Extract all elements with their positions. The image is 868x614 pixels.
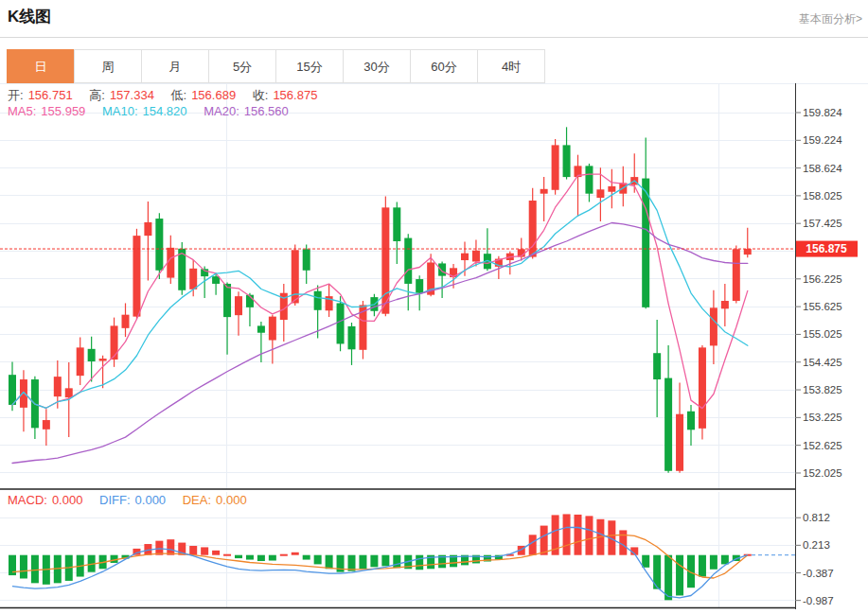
low-value: 156.689 [191,88,236,102]
tab-daily[interactable]: 日 [7,49,75,83]
close-label: 收: [253,88,269,102]
tab-weekly[interactable]: 周 [74,49,142,83]
ohlc-legend: 开:156.751 高:157.334 低:156.689 收:156.875 [8,87,322,104]
ma20-value: 156.560 [244,104,289,118]
ma10-line [12,181,748,408]
svg-text:154.425: 154.425 [803,357,842,368]
svg-text:155.025: 155.025 [803,328,842,340]
tab-monthly[interactable]: 月 [141,49,209,83]
open-label: 开: [8,88,24,102]
diff-label: DIFF: [99,493,131,507]
svg-text:155.625: 155.625 [803,301,842,312]
diff-line [12,528,748,598]
svg-text:159.224: 159.224 [803,134,842,146]
tab-5min[interactable]: 5分 [208,49,276,83]
diff-value: 0.000 [135,493,167,507]
high-value: 157.334 [110,88,154,102]
svg-text:159.824: 159.824 [803,107,842,118]
dea-label: DEA: [183,493,211,507]
svg-text:158.624: 158.624 [803,163,842,174]
candles-group [9,127,752,472]
svg-text:157.425: 157.425 [803,218,842,229]
svg-text:153.825: 153.825 [803,384,842,395]
macd-label: MACD: [8,493,47,507]
chart-area: 159.824159.224158.624158.025157.425156.2… [0,83,868,609]
dea-value: 0.000 [216,493,247,507]
svg-text:-0.387: -0.387 [803,568,834,579]
svg-text:156.875: 156.875 [806,242,847,255]
tab-4hour[interactable]: 4时 [477,49,545,83]
ma-legend: MA5:155.959 MA10:154.820 MA20:156.560 [8,104,293,118]
svg-text:0.812: 0.812 [803,512,830,523]
low-label: 低: [171,88,187,102]
svg-text:156.225: 156.225 [803,273,842,285]
ma5-line [12,174,748,409]
open-value: 156.751 [28,88,73,102]
kline-widget: K线图 基本面分析> 日 周 月 5分 15分 30分 60分 4时 159.8… [0,0,868,614]
ma20-label: MA20: [204,104,239,118]
macd-bars-group [9,514,752,600]
fundamental-analysis-link[interactable]: 基本面分析> [799,11,862,27]
interval-tab-bar: 日 周 月 5分 15分 30分 60分 4时 [7,49,545,83]
close-value: 156.875 [273,88,317,102]
tab-15min[interactable]: 15分 [275,49,344,83]
ma10-label: MA10: [102,104,138,118]
ma5-label: MA5: [8,104,36,118]
svg-text:153.225: 153.225 [803,412,842,423]
macd-value: 0.000 [52,493,83,507]
main-candlestick-chart[interactable]: 159.824159.224158.624158.025157.425156.2… [0,83,868,490]
svg-text:152.025: 152.025 [803,467,842,479]
tab-30min[interactable]: 30分 [343,49,411,83]
page-title: K线图 [8,6,51,27]
tab-60min[interactable]: 60分 [410,49,478,83]
svg-text:152.625: 152.625 [803,440,842,451]
ma10-value: 154.820 [143,104,187,118]
macd-legend: MACD:0.000 DIFF:0.000 DEA:0.000 [8,493,252,507]
current-price-tag: 156.875 [796,241,858,257]
ma5-value: 155.959 [41,104,85,118]
header-divider [0,37,868,38]
high-label: 高: [89,88,105,102]
ma20-line [12,223,748,464]
svg-text:-0.987: -0.987 [803,595,834,606]
macd-chart[interactable]: 0.8120.213-0.387-0.987 [0,490,868,609]
svg-text:158.025: 158.025 [803,190,842,202]
svg-text:0.213: 0.213 [803,539,830,551]
